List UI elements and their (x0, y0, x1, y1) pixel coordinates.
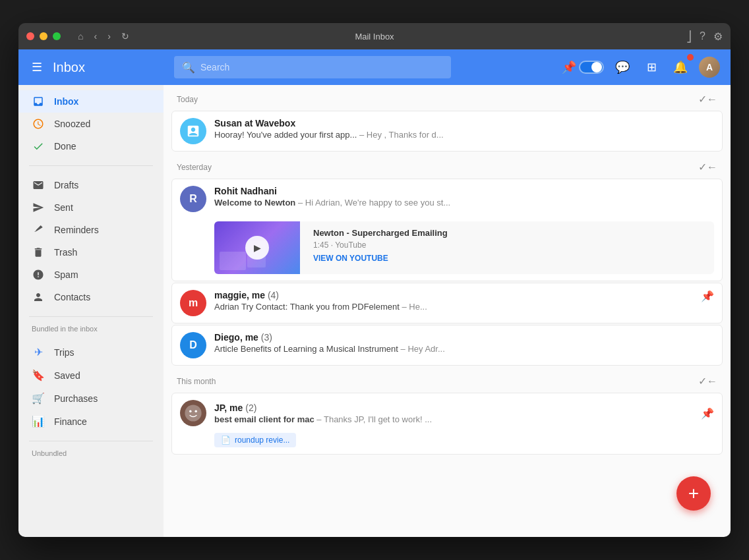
close-button[interactable] (26, 32, 34, 40)
email-subject-4: Article Benefits of Learning a Musical I… (214, 344, 714, 354)
email-attachment: 📄 roundup revie... (180, 429, 296, 447)
inbox-icon (32, 96, 45, 107)
sidebar-item-inbox[interactable]: Inbox (18, 90, 164, 113)
header-title: Inbox (53, 60, 85, 75)
search-input[interactable] (200, 62, 443, 72)
email-5-header: JP, me (2) best email client for mac – T… (180, 400, 714, 426)
drafts-icon (32, 179, 45, 191)
pin-icon-3: 📌 (701, 290, 714, 302)
header-actions: 📌 💬 ⊞ 🔔 A (562, 57, 720, 78)
toggle-switch[interactable]: 📌 (562, 60, 604, 74)
sidebar-label-purchases: Purchases (54, 393, 98, 404)
today-mark-all[interactable]: ✓← (698, 93, 717, 105)
purchases-icon: 🛒 (32, 392, 45, 405)
contacts-icon (32, 291, 45, 303)
sidebar-label-drafts: Drafts (54, 180, 78, 190)
sidebar-item-drafts[interactable]: Drafts (18, 174, 164, 196)
sidebar-label-contacts: Contacts (54, 292, 90, 302)
video-info: Newton - Supercharged Emailing 1:45 · Yo… (308, 221, 714, 269)
yesterday-mark-all[interactable]: ✓← (698, 161, 717, 173)
avatar-image: A (699, 57, 720, 78)
sidebar-label-finance: Finance (54, 416, 87, 427)
bundled-nav: ✈ Trips 🔖 Saved 🛒 Purchases 📊 Finance (18, 335, 164, 438)
titlebar: ⌂ ‹ › ↻ Mail Inbox ⎦ ? ⚙ (18, 23, 731, 49)
secondary-nav: Drafts Sent Remind (18, 169, 164, 314)
bell-button[interactable]: 🔔 (670, 57, 691, 78)
minimize-button[interactable] (40, 32, 47, 40)
refresh-button[interactable]: ↻ (117, 28, 133, 44)
svg-point-1 (189, 410, 192, 412)
divider-1 (29, 165, 153, 166)
svg-point-2 (195, 410, 197, 412)
thismonth-mark-all[interactable]: ✓← (698, 375, 717, 387)
sidebar-item-spam[interactable]: Spam (18, 264, 164, 286)
sidebar-item-reminders[interactable]: Reminders (18, 219, 164, 241)
check-icon (32, 140, 45, 152)
email-subject-2: Welcome to Newton – Hi Adrian, We're hap… (214, 198, 714, 208)
maximize-button[interactable] (53, 32, 61, 40)
video-embed[interactable]: ▶ Newton - Supercharged Emailing 1:45 · … (214, 221, 714, 274)
saved-icon: 🔖 (32, 369, 45, 381)
email-content-5: JP, me (2) best email client for mac – T… (214, 403, 696, 424)
divider-3 (29, 441, 153, 441)
email-avatar (180, 118, 206, 144)
chat-button[interactable]: 💬 (612, 57, 633, 78)
sidebar-item-purchases[interactable]: 🛒 Purchases (18, 387, 164, 410)
thismonth-email-list: JP, me (2) best email client for mac – T… (164, 393, 731, 456)
sidebar-item-trash[interactable]: Trash (18, 241, 164, 264)
video-link[interactable]: VIEW ON YOUTUBE (313, 254, 709, 263)
forward-button[interactable]: › (104, 28, 115, 44)
svg-point-0 (185, 405, 201, 421)
sidebar-item-snoozed[interactable]: Snoozed (18, 113, 164, 135)
home-button[interactable]: ⌂ (74, 28, 87, 44)
window-title: Mail Inbox (355, 32, 394, 42)
email-sender-5: JP, me (2) (214, 403, 696, 413)
settings-button[interactable]: ⚙ (713, 30, 723, 43)
search-bar[interactable]: 🔍 (174, 56, 451, 78)
grid-button[interactable]: ⊞ (641, 57, 662, 78)
email-item-5[interactable]: JP, me (2) best email client for mac – T… (171, 393, 723, 455)
help-button[interactable]: ? (700, 30, 705, 42)
email-subject-5: best email client for mac – Thanks JP, I… (214, 414, 696, 424)
notification-badge (687, 54, 694, 61)
avatar[interactable]: A (699, 57, 720, 78)
email-item[interactable]: Susan at Wavebox Hooray! You've added yo… (171, 111, 723, 152)
menu-button[interactable]: ☰ (29, 57, 45, 77)
sidebar-item-sent[interactable]: Sent (18, 196, 164, 219)
sidebar-item-trips[interactable]: ✈ Trips (18, 341, 164, 364)
search-header: 🔍 📌 💬 ⊞ 🔔 (164, 49, 731, 85)
compose-button[interactable]: + (676, 476, 711, 511)
today-email-list: Susan at Wavebox Hooray! You've added yo… (164, 111, 731, 153)
video-title: Newton - Supercharged Emailing (313, 228, 709, 238)
back-button[interactable]: ‹ (90, 28, 101, 44)
primary-nav: Inbox Snoozed Done (18, 85, 164, 163)
email-body-preview: ▶ Newton - Supercharged Emailing 1:45 · … (180, 217, 714, 274)
sidebar-item-finance[interactable]: 📊 Finance (18, 410, 164, 433)
unbundled-label: Unbundled (18, 444, 164, 460)
search-icon: 🔍 (182, 61, 195, 74)
email-content-body: Susan at Wavebox Hooray! You've added yo… (214, 118, 714, 140)
pin-icon: 📌 (562, 60, 576, 74)
finance-icon: 📊 (32, 415, 45, 428)
email-avatar-2: R (180, 186, 206, 212)
email-content-4: Diego, me (3) Article Benefits of Learni… (214, 332, 714, 354)
share-button[interactable]: ⎦ (686, 30, 692, 43)
email-item-4[interactable]: D Diego, me (3) Article Benefits of Lear… (171, 325, 723, 366)
yesterday-email-list: R Rohit Nadhani Welcome to Newton – Hi A… (164, 179, 731, 367)
sidebar-label-reminders: Reminders (54, 225, 99, 235)
sidebar-label-spam: Spam (54, 269, 78, 280)
titlebar-right-actions: ⎦ ? ⚙ (686, 30, 723, 43)
sidebar-label-done: Done (54, 141, 76, 152)
toggle-track[interactable] (579, 61, 604, 74)
attachment-chip[interactable]: 📄 roundup revie... (214, 433, 296, 447)
clock-icon (32, 118, 45, 130)
sidebar-item-contacts[interactable]: Contacts (18, 286, 164, 308)
sidebar-item-saved[interactable]: 🔖 Saved (18, 364, 164, 387)
spam-icon (32, 269, 45, 281)
toggle-thumb (591, 62, 602, 72)
email-item-3[interactable]: m maggie, me (4) Adrian Try Contact: Tha… (171, 283, 723, 323)
email-content-3: maggie, me (4) Adrian Try Contact: Thank… (214, 290, 696, 312)
section-today-label: Today (177, 95, 198, 104)
sidebar-item-done[interactable]: Done (18, 135, 164, 157)
email-item-expanded[interactable]: R Rohit Nadhani Welcome to Newton – Hi A… (171, 179, 723, 281)
